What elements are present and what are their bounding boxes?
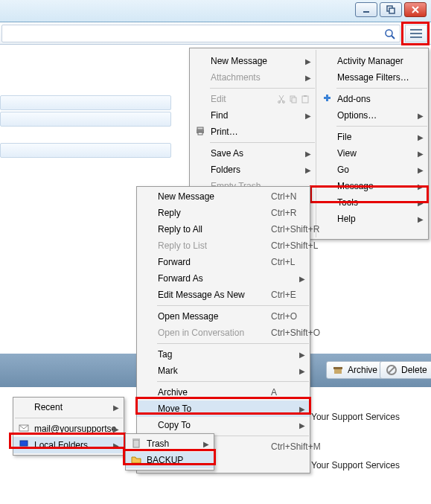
maximize-icon [386, 5, 395, 14]
search-input[interactable] [1, 25, 400, 42]
svg-rect-2 [389, 8, 395, 13]
chevron-right-icon: ▶ [299, 367, 305, 375]
chevron-right-icon: ▶ [305, 112, 311, 120]
message-sender: Your Support Services [311, 460, 400, 470]
msg-forward-as[interactable]: Forward As▶ [137, 270, 310, 287]
window-minimize-button[interactable] [355, 2, 377, 17]
chevron-right-icon: ▶ [203, 440, 209, 448]
list-item[interactable] [0, 95, 171, 110]
paste-icon [301, 95, 310, 103]
svg-rect-6 [334, 369, 342, 374]
message-submenu: New MessageCtrl+N ReplyCtrl+R Reply to A… [136, 186, 310, 473]
svg-point-9 [278, 101, 281, 103]
search-icon[interactable] [384, 28, 396, 42]
svg-rect-15 [197, 127, 203, 130]
msg-new-message[interactable]: New MessageCtrl+N [137, 188, 310, 205]
msg-open-conv: Open in ConversationCtrl+Shift+O [137, 325, 310, 341]
window-close-button[interactable] [404, 2, 427, 17]
archive-button[interactable]: Archive [326, 361, 384, 379]
menu-print[interactable]: Print… [190, 124, 316, 140]
svg-rect-17 [198, 133, 202, 135]
list-item[interactable] [0, 112, 171, 127]
msg-edit-as-new[interactable]: Edit Message As NewCtrl+E [137, 287, 310, 303]
archive-button-label: Archive [348, 365, 377, 375]
menu-addons[interactable]: Add-ons [316, 91, 428, 107]
edit-icons [277, 95, 310, 103]
menu-separator [210, 142, 315, 143]
svg-line-8 [389, 367, 395, 373]
menu-separator [15, 418, 123, 418]
highlight-message [310, 185, 429, 203]
chevron-right-icon: ▶ [299, 351, 305, 359]
copy-icon [289, 95, 298, 103]
svg-point-10 [283, 101, 285, 103]
delete-button[interactable]: Delete [380, 361, 431, 379]
msg-forward[interactable]: ForwardCtrl+L [137, 254, 310, 270]
svg-rect-13 [302, 96, 308, 103]
chevron-right-icon: ▶ [113, 425, 119, 433]
menu-go[interactable]: Go▶ [316, 162, 428, 178]
menu-activity-manager[interactable]: Activity Manager [316, 53, 428, 69]
menu-save-as[interactable]: Save As▶ [190, 145, 316, 162]
highlight-local-folders [9, 433, 126, 449]
menu-new-message[interactable]: New Message▶ [190, 53, 316, 69]
moveto-recent[interactable]: Recent▶ [13, 399, 124, 415]
menu-find[interactable]: Find▶ [190, 107, 316, 124]
archive-icon [333, 365, 343, 375]
msg-reply[interactable]: ReplyCtrl+R [137, 205, 310, 221]
print-icon [194, 126, 206, 138]
list-item[interactable] [0, 143, 171, 158]
chevron-right-icon: ▶ [418, 166, 424, 174]
msg-copy-to[interactable]: Copy To▶ [137, 417, 310, 433]
minimize-icon [362, 5, 371, 14]
chevron-right-icon: ▶ [418, 150, 424, 158]
chevron-right-icon: ▶ [305, 166, 311, 174]
menu-attachments: Attachments▶ [190, 69, 316, 86]
svg-rect-21 [133, 440, 139, 447]
addon-icon [321, 93, 333, 106]
menu-edit: Edit [190, 91, 316, 107]
menu-separator [157, 305, 309, 306]
menu-separator [157, 381, 309, 382]
msg-reply-list: Reply to ListCtrl+Shift+L [137, 237, 310, 254]
delete-icon [386, 365, 397, 375]
svg-rect-5 [333, 367, 342, 369]
chevron-right-icon: ▶ [299, 421, 305, 430]
svg-rect-14 [304, 95, 307, 97]
window-maximize-button[interactable] [380, 2, 402, 17]
menu-separator [157, 343, 309, 344]
chevron-right-icon: ▶ [305, 74, 311, 82]
svg-rect-0 [363, 11, 369, 13]
menu-separator [336, 88, 427, 89]
highlight-move-to [135, 397, 311, 415]
trash-icon [130, 438, 142, 450]
chevron-right-icon: ▶ [418, 215, 424, 223]
chevron-right-icon: ▶ [418, 112, 424, 120]
menu-message-filters[interactable]: Message Filters… [316, 69, 428, 86]
chevron-right-icon: ▶ [113, 403, 119, 412]
delete-button-label: Delete [401, 365, 427, 375]
svg-line-4 [392, 36, 395, 39]
msg-mark[interactable]: Mark▶ [137, 363, 310, 379]
menu-help[interactable]: Help▶ [316, 211, 428, 227]
menu-file[interactable]: File▶ [316, 129, 428, 145]
menu-options[interactable]: Options…▶ [316, 107, 428, 124]
menu-separator [336, 126, 427, 127]
msg-tag[interactable]: Tag▶ [137, 346, 310, 363]
chevron-right-icon: ▶ [305, 150, 311, 158]
menu-separator [210, 88, 315, 89]
menu-folders[interactable]: Folders▶ [190, 162, 316, 178]
cut-icon [277, 95, 286, 103]
svg-rect-22 [133, 438, 140, 440]
msg-reply-all[interactable]: Reply to AllCtrl+Shift+R [137, 221, 310, 237]
svg-rect-12 [292, 98, 296, 103]
chevron-right-icon: ▶ [418, 133, 424, 141]
close-icon [411, 5, 420, 14]
chevron-right-icon: ▶ [305, 57, 311, 66]
msg-open[interactable]: Open MessageCtrl+O [137, 308, 310, 325]
highlight-backup [123, 449, 216, 465]
message-sender: Your Support Services [311, 412, 400, 422]
chevron-right-icon: ▶ [299, 275, 305, 283]
menu-view[interactable]: View▶ [316, 145, 428, 162]
svg-point-3 [386, 30, 392, 36]
